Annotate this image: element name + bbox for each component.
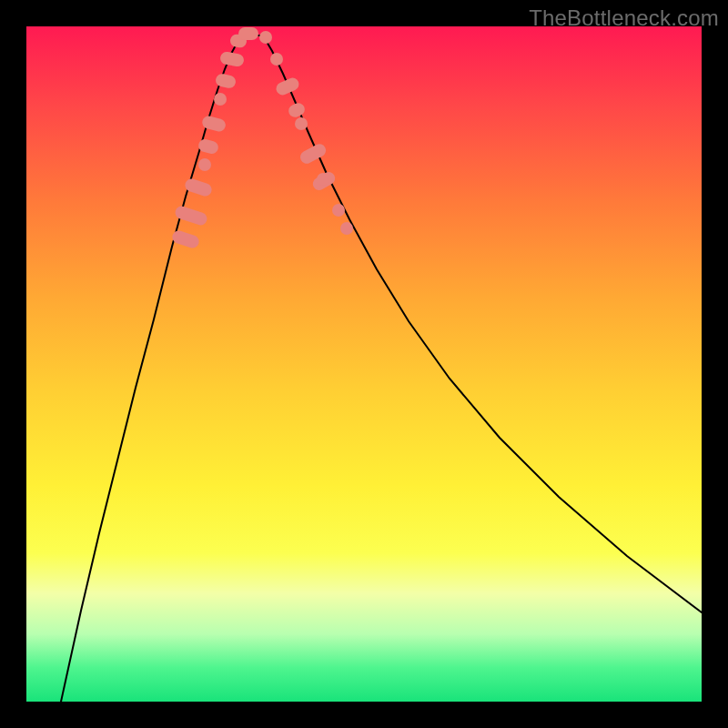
watermark-text: TheBottleneck.com (529, 5, 719, 31)
chart-plot-area (26, 26, 702, 702)
